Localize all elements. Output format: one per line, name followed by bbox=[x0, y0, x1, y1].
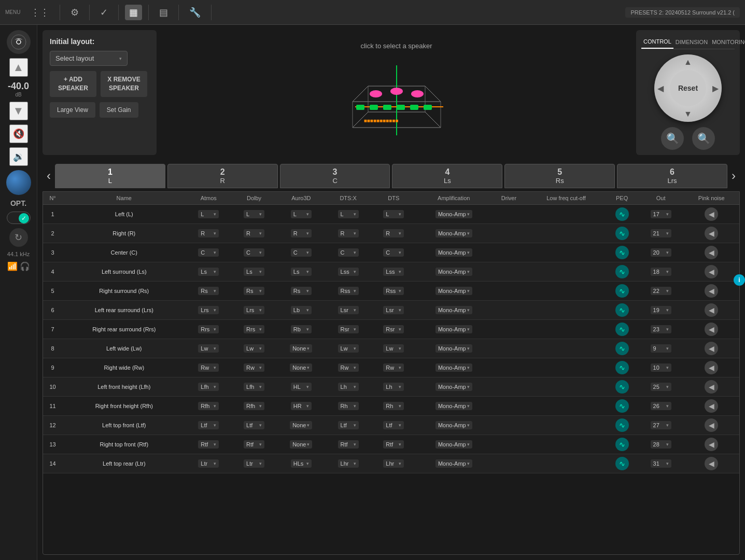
peq-button[interactable]: ∿ bbox=[615, 227, 629, 240]
settings-icon[interactable]: ⚙ bbox=[66, 5, 83, 20]
volume-up-icon[interactable]: ▲ bbox=[9, 58, 28, 77]
pink-noise-button[interactable]: ◀ bbox=[705, 246, 718, 259]
speaker-table[interactable]: N°NameAtmosDolbyAuro3DDTS:XDTSAmplificat… bbox=[43, 191, 740, 555]
peq-button[interactable]: ∿ bbox=[615, 246, 629, 259]
speaker-icon[interactable]: ▦ bbox=[125, 5, 142, 20]
table-row[interactable]: 11Right front height (Rfh)Rfh ▾Rfh ▾HR ▾… bbox=[43, 397, 739, 416]
pink-noise-button[interactable]: ◀ bbox=[705, 457, 718, 470]
view-btn-row: Large View Set Gain bbox=[50, 102, 149, 118]
pink-noise-button[interactable]: ◀ bbox=[705, 361, 718, 374]
speaker-diagram[interactable]: ■■■■■■■■■■■ bbox=[340, 55, 454, 143]
table-row[interactable]: 13Right top front (Rtf)Rtf ▾Rtf ▾None ▾R… bbox=[43, 435, 739, 454]
bottle-icon[interactable]: 🔧 bbox=[185, 5, 205, 20]
channel-tab-ls[interactable]: 4Ls bbox=[392, 164, 502, 188]
jog-down-arrow[interactable]: ▼ bbox=[684, 109, 692, 119]
sphere-icon[interactable] bbox=[6, 170, 31, 195]
peq-button[interactable]: ∿ bbox=[615, 418, 629, 432]
svg-point-11 bbox=[390, 88, 403, 95]
col-dtsx: DTS:X bbox=[326, 192, 371, 205]
viewer-3d: click to select a speaker bbox=[157, 30, 636, 155]
col-lowfreqcutoff: Low freq cut-off bbox=[527, 192, 606, 205]
peq-button[interactable]: ∿ bbox=[615, 380, 629, 394]
pink-noise-button[interactable]: ◀ bbox=[705, 418, 718, 432]
large-view-button[interactable]: Large View bbox=[50, 102, 95, 118]
zoom-in-button[interactable]: 🔍 bbox=[692, 127, 715, 150]
set-gain-button[interactable]: Set Gain bbox=[100, 102, 138, 118]
pink-noise-button[interactable]: ◀ bbox=[705, 323, 718, 336]
channel-next-button[interactable]: › bbox=[727, 160, 740, 191]
peq-button[interactable]: ∿ bbox=[615, 303, 629, 317]
check-icon[interactable]: ✓ bbox=[96, 5, 112, 20]
opt-toggle[interactable]: ✓ bbox=[7, 212, 31, 224]
pink-noise-button[interactable]: ◀ bbox=[705, 207, 718, 221]
mute-icon[interactable]: 🔇 bbox=[9, 124, 28, 143]
svg-rect-13 bbox=[356, 105, 364, 110]
table-row[interactable]: 8Left wide (Lw)Lw ▾Lw ▾None ▾Lw ▾Lw ▾Mon… bbox=[43, 339, 739, 358]
peq-button[interactable]: ∿ bbox=[615, 457, 629, 470]
tab-monitoring[interactable]: MONITORING bbox=[710, 35, 745, 49]
pink-noise-button[interactable]: ◀ bbox=[705, 438, 718, 451]
pink-noise-button[interactable]: ◀ bbox=[705, 284, 718, 298]
headphone-icon: 🎧 bbox=[20, 261, 30, 271]
logo-button[interactable] bbox=[7, 30, 31, 54]
channel-prev-button[interactable]: ‹ bbox=[43, 160, 55, 191]
volume-icon[interactable]: 🔉 bbox=[9, 147, 28, 166]
table-row[interactable]: 5Right surround (Rs)Rs ▾Rs ▾Rs ▾Rss ▾Rss… bbox=[43, 282, 739, 301]
table-row[interactable]: 7Right rear surround (Rrs)Rrs ▾Rrs ▾Rb ▾… bbox=[43, 320, 739, 339]
jog-right-arrow[interactable]: ▶ bbox=[712, 83, 719, 93]
peq-button[interactable]: ∿ bbox=[615, 207, 629, 221]
tab-dimension[interactable]: DIMENSION bbox=[673, 35, 710, 49]
peq-button[interactable]: ∿ bbox=[615, 323, 629, 336]
channel-tab-c[interactable]: 3C bbox=[280, 164, 390, 188]
table-row[interactable]: 12Left top front (Ltf)Ltf ▾Ltf ▾None ▾Lt… bbox=[43, 416, 739, 435]
peq-button[interactable]: ∿ bbox=[615, 265, 629, 278]
table-row[interactable]: 1Left (L)L ▾L ▾L ▾L ▾L ▾Mono-Amp ▾∿17 ▾◀ bbox=[43, 205, 739, 224]
separator-1 bbox=[60, 5, 60, 20]
pink-noise-button[interactable]: ◀ bbox=[705, 342, 718, 355]
table-row[interactable]: 9Right wide (Rw)Rw ▾Rw ▾None ▾Rw ▾Rw ▾Mo… bbox=[43, 358, 739, 377]
col-atmos: Atmos bbox=[186, 192, 231, 205]
table-row[interactable]: 10Left front height (Lfh)Lfh ▾Lfh ▾HL ▾L… bbox=[43, 377, 739, 397]
volume-display: -40.0 dB bbox=[8, 81, 29, 97]
sync-icon[interactable]: ↻ bbox=[9, 228, 28, 247]
jog-left-arrow[interactable]: ◀ bbox=[657, 83, 664, 93]
pink-noise-button[interactable]: ◀ bbox=[705, 399, 718, 413]
table-row[interactable]: 6Left rear surround (Lrs)Lrs ▾Lrs ▾Lb ▾L… bbox=[43, 301, 739, 320]
peq-button[interactable]: ∿ bbox=[615, 284, 629, 298]
grid-icon[interactable]: ⋮⋮ bbox=[26, 5, 53, 20]
svg-rect-17 bbox=[410, 105, 418, 110]
chart-icon[interactable]: ▤ bbox=[155, 5, 172, 20]
initial-layout-label: Initial layout: bbox=[50, 37, 149, 46]
table-row[interactable]: 2Right (R)R ▾R ▾R ▾R ▾R ▾Mono-Amp ▾∿21 ▾… bbox=[43, 224, 739, 243]
wifi-area: 📶 🎧 bbox=[7, 261, 30, 271]
channel-tab-l[interactable]: 1L bbox=[55, 164, 165, 188]
volume-down-icon[interactable]: ▼ bbox=[9, 102, 28, 120]
pink-noise-button[interactable]: ◀ bbox=[705, 265, 718, 278]
separator-5 bbox=[178, 5, 179, 20]
channel-tab-rs[interactable]: 5Rs bbox=[504, 164, 615, 188]
pink-noise-button[interactable]: ◀ bbox=[705, 227, 718, 240]
pink-noise-button[interactable]: ◀ bbox=[705, 380, 718, 394]
presets-area: PRESETS 2: 20240512 Surround v21.2 ( bbox=[625, 7, 740, 18]
table-row[interactable]: 4Left surround (Ls)Ls ▾Ls ▾Ls ▾Lss ▾Lss … bbox=[43, 262, 739, 282]
jog-wheel[interactable]: ▲ ▼ ◀ ▶ Reset bbox=[654, 54, 722, 122]
control-tab-row: CONTROL DIMENSION MONITORING bbox=[641, 35, 735, 49]
peq-button[interactable]: ∿ bbox=[615, 399, 629, 413]
peq-button[interactable]: ∿ bbox=[615, 361, 629, 374]
pink-noise-button[interactable]: ◀ bbox=[705, 303, 718, 317]
channel-tab-lrs[interactable]: 6Lrs bbox=[617, 164, 727, 188]
add-speaker-button[interactable]: + ADD SPEAKER bbox=[50, 71, 96, 97]
peq-button[interactable]: ∿ bbox=[615, 438, 629, 451]
channel-tab-r[interactable]: 2R bbox=[167, 164, 278, 188]
table-row[interactable]: 3Center (C)C ▾C ▾C ▾C ▾C ▾Mono-Amp ▾∿20 … bbox=[43, 243, 739, 262]
jog-up-arrow[interactable]: ▲ bbox=[684, 58, 692, 67]
col-dolby: Dolby bbox=[231, 192, 277, 205]
peq-button[interactable]: ∿ bbox=[615, 342, 629, 355]
info-badge[interactable]: i bbox=[734, 274, 745, 286]
zoom-out-button[interactable]: 🔍 bbox=[661, 127, 684, 150]
table-row[interactable]: 14Left top rear (Ltr)Ltr ▾Ltr ▾HLs ▾Lhr … bbox=[43, 454, 739, 473]
remove-speaker-button[interactable]: X REMOVE SPEAKER bbox=[101, 71, 147, 97]
select-layout-dropdown[interactable]: Select layout ▾ bbox=[50, 51, 128, 66]
reset-button[interactable]: Reset bbox=[670, 70, 706, 106]
tab-control[interactable]: CONTROL bbox=[641, 35, 673, 49]
